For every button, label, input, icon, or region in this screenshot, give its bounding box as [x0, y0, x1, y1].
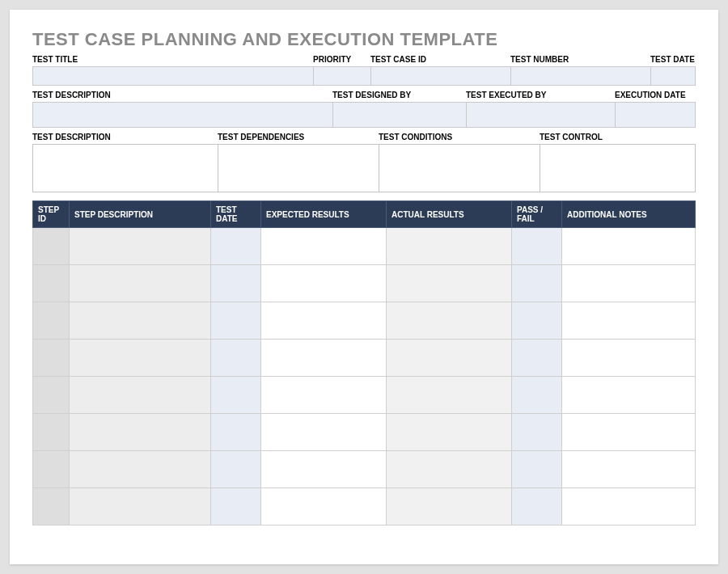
- table-cell[interactable]: [387, 340, 512, 377]
- control-input[interactable]: [540, 144, 696, 192]
- table-cell[interactable]: [387, 451, 512, 488]
- test-number-label: TEST NUMBER: [510, 53, 651, 66]
- table-cell[interactable]: [261, 488, 387, 525]
- table-cell[interactable]: [387, 377, 512, 414]
- table-cell[interactable]: [261, 414, 387, 451]
- table-cell[interactable]: [387, 265, 512, 302]
- table-cell[interactable]: [211, 340, 261, 377]
- table-cell[interactable]: [562, 228, 696, 265]
- table-cell[interactable]: [562, 451, 696, 488]
- col-test-date: TEST DATE: [211, 201, 261, 228]
- test-title-label: TEST TITLE: [32, 53, 314, 66]
- table-row: [33, 302, 696, 340]
- template-page: TEST CASE PLANNING AND EXECUTION TEMPLAT…: [10, 10, 718, 564]
- table-cell[interactable]: [33, 377, 70, 414]
- table-cell[interactable]: [387, 488, 512, 525]
- table-cell[interactable]: [261, 228, 387, 265]
- table-cell[interactable]: [512, 414, 562, 451]
- table-cell[interactable]: [512, 451, 562, 488]
- table-cell[interactable]: [512, 302, 562, 340]
- table-cell[interactable]: [261, 451, 387, 488]
- table-cell[interactable]: [512, 228, 562, 265]
- table-cell[interactable]: [512, 488, 562, 525]
- col-additional-notes: ADDITIONAL NOTES: [562, 201, 696, 228]
- priority-input[interactable]: [313, 66, 371, 86]
- table-row: [33, 414, 696, 451]
- table-cell[interactable]: [211, 488, 261, 525]
- case-id-label: TEST CASE ID: [370, 53, 511, 66]
- table-cell[interactable]: [70, 302, 211, 340]
- table-cell[interactable]: [70, 377, 211, 414]
- test-description-input[interactable]: [32, 102, 333, 128]
- table-cell[interactable]: [33, 414, 70, 451]
- table-cell[interactable]: [387, 302, 512, 340]
- table-cell[interactable]: [261, 377, 387, 414]
- test-number-input[interactable]: [510, 66, 651, 86]
- table-cell[interactable]: [512, 340, 562, 377]
- table-cell[interactable]: [562, 377, 696, 414]
- table-row: [33, 340, 696, 377]
- execution-date-input[interactable]: [615, 102, 696, 128]
- meta-row-3: TEST DESCRIPTION TEST DEPENDENCIES TEST …: [32, 131, 696, 192]
- dependencies-input[interactable]: [218, 144, 379, 192]
- table-cell[interactable]: [70, 265, 211, 302]
- table-row: [33, 451, 696, 488]
- table-cell[interactable]: [512, 265, 562, 302]
- test-description2-input[interactable]: [32, 144, 218, 192]
- test-date-input[interactable]: [650, 66, 696, 86]
- table-cell[interactable]: [562, 488, 696, 525]
- test-title-input[interactable]: [32, 66, 314, 86]
- table-cell[interactable]: [33, 265, 70, 302]
- table-cell[interactable]: [70, 451, 211, 488]
- table-cell[interactable]: [70, 228, 211, 265]
- table-cell[interactable]: [33, 451, 70, 488]
- table-cell[interactable]: [211, 414, 261, 451]
- execution-date-label: EXECUTION DATE: [615, 89, 696, 102]
- table-cell[interactable]: [211, 451, 261, 488]
- table-cell[interactable]: [562, 265, 696, 302]
- col-step-id: STEP ID: [33, 201, 70, 228]
- table-cell[interactable]: [512, 377, 562, 414]
- table-cell[interactable]: [562, 302, 696, 340]
- designed-by-label: TEST DESIGNED BY: [332, 89, 467, 102]
- table-cell[interactable]: [211, 228, 261, 265]
- col-pass-fail: PASS / FAIL: [512, 201, 562, 228]
- table-cell[interactable]: [33, 228, 70, 265]
- conditions-label: TEST CONDITIONS: [379, 131, 540, 144]
- table-row: [33, 488, 696, 525]
- steps-body: [33, 228, 696, 525]
- page-title: TEST CASE PLANNING AND EXECUTION TEMPLAT…: [32, 29, 696, 50]
- col-actual-results: ACTUAL RESULTS: [387, 201, 512, 228]
- table-row: [33, 228, 696, 265]
- table-row: [33, 377, 696, 414]
- table-cell[interactable]: [33, 302, 70, 340]
- steps-table: STEP ID STEP DESCRIPTION TEST DATE EXPEC…: [32, 200, 696, 525]
- table-cell[interactable]: [562, 340, 696, 377]
- table-cell[interactable]: [261, 340, 387, 377]
- table-cell[interactable]: [261, 302, 387, 340]
- table-cell[interactable]: [33, 340, 70, 377]
- table-cell[interactable]: [70, 414, 211, 451]
- table-cell[interactable]: [261, 265, 387, 302]
- table-cell[interactable]: [211, 265, 261, 302]
- table-cell[interactable]: [211, 377, 261, 414]
- test-date-label: TEST DATE: [650, 53, 696, 66]
- col-step-description: STEP DESCRIPTION: [70, 201, 211, 228]
- table-cell[interactable]: [387, 414, 512, 451]
- table-cell[interactable]: [211, 302, 261, 340]
- dependencies-label: TEST DEPENDENCIES: [218, 131, 379, 144]
- conditions-input[interactable]: [379, 144, 540, 192]
- table-cell[interactable]: [33, 488, 70, 525]
- executed-by-label: TEST EXECUTED BY: [466, 89, 616, 102]
- designed-by-input[interactable]: [332, 102, 467, 128]
- priority-label: PRIORITY: [313, 53, 371, 66]
- executed-by-input[interactable]: [466, 102, 616, 128]
- control-label: TEST CONTROL: [540, 131, 696, 144]
- case-id-input[interactable]: [370, 66, 511, 86]
- table-row: [33, 265, 696, 302]
- table-cell[interactable]: [70, 488, 211, 525]
- table-cell[interactable]: [562, 414, 696, 451]
- table-cell[interactable]: [70, 340, 211, 377]
- table-cell[interactable]: [387, 228, 512, 265]
- meta-row-1: TEST TITLE PRIORITY TEST CASE ID TEST NU…: [32, 53, 696, 86]
